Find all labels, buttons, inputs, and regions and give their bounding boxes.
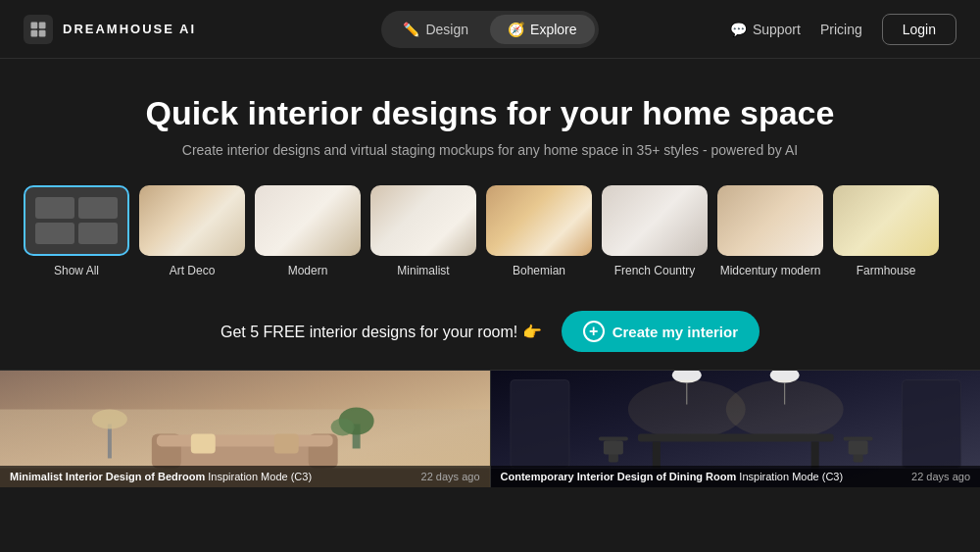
nav-right: 💬 Support Pricing Login bbox=[599, 14, 956, 45]
nav-tabs: ✏️ Design 🧭 Explore bbox=[381, 11, 598, 48]
brand-name: DREAMHOUSE AI bbox=[63, 22, 196, 36]
svg-rect-15 bbox=[191, 433, 216, 453]
svg-point-12 bbox=[331, 419, 355, 436]
hero-subheadline: Create interior designs and virtual stag… bbox=[20, 142, 960, 158]
nav-tab-explore[interactable]: 🧭 Explore bbox=[490, 15, 594, 44]
svg-point-24 bbox=[725, 380, 843, 439]
svg-rect-34 bbox=[510, 380, 568, 469]
style-card-modern[interactable]: Modern bbox=[255, 185, 361, 277]
gallery-time-0: 22 days ago bbox=[421, 471, 480, 482]
svg-rect-28 bbox=[598, 436, 627, 440]
pricing-link[interactable]: Pricing bbox=[820, 22, 862, 37]
art-deco-thumb bbox=[139, 185, 245, 256]
style-card-minimalist[interactable]: Minimalist bbox=[370, 185, 476, 277]
pencil-icon: ✏️ bbox=[403, 22, 419, 37]
support-link[interactable]: 💬 Support bbox=[730, 22, 801, 37]
style-card-french-country[interactable]: French Country bbox=[602, 185, 708, 277]
modern-thumb bbox=[255, 185, 361, 256]
plus-icon: + bbox=[583, 321, 605, 342]
bohemian-thumb bbox=[486, 185, 592, 256]
french-country-thumb bbox=[602, 185, 708, 256]
svg-rect-35 bbox=[902, 380, 960, 469]
compass-icon: 🧭 bbox=[508, 22, 524, 37]
gallery-item-0[interactable]: Minimalist Interior Design of Bedroom In… bbox=[0, 371, 491, 487]
svg-rect-3 bbox=[39, 29, 46, 36]
gallery-time-1: 22 days ago bbox=[911, 471, 970, 482]
svg-point-14 bbox=[92, 410, 127, 429]
style-card-farmhouse[interactable]: Farmhouse bbox=[833, 185, 939, 277]
style-card-bohemian[interactable]: Bohemian bbox=[486, 185, 592, 277]
svg-rect-9 bbox=[157, 434, 333, 446]
style-card-midcentury-modern[interactable]: Midcentury modern bbox=[717, 185, 823, 277]
navbar: DREAMHOUSE AI ✏️ Design 🧭 Explore 💬 Supp… bbox=[0, 0, 980, 59]
style-card-show-all[interactable]: Show All bbox=[24, 185, 129, 277]
promo-banner: Get 5 FREE interior designs for your roo… bbox=[0, 293, 980, 370]
svg-rect-2 bbox=[31, 29, 38, 36]
chat-icon: 💬 bbox=[730, 22, 747, 37]
farmhouse-thumb bbox=[833, 185, 939, 256]
midcentury-thumb bbox=[717, 185, 823, 256]
gallery-label-0: Minimalist Interior Design of Bedroom In… bbox=[0, 466, 490, 487]
svg-rect-0 bbox=[31, 22, 38, 28]
svg-rect-13 bbox=[108, 425, 112, 459]
login-button[interactable]: Login bbox=[882, 14, 956, 45]
hero-headline: Quick interior designs for your home spa… bbox=[20, 94, 960, 132]
gallery-label-1: Contemporary Interior Design of Dining R… bbox=[491, 466, 981, 487]
style-card-art-deco[interactable]: Art Deco bbox=[139, 185, 245, 277]
gallery-title-0: Minimalist Interior Design of Bedroom In… bbox=[10, 471, 312, 482]
svg-rect-31 bbox=[843, 436, 872, 440]
show-all-thumb bbox=[24, 185, 129, 256]
style-row: Show All Art Deco Modern Minimalist Bohe… bbox=[0, 185, 980, 277]
logo-icon bbox=[24, 15, 53, 44]
svg-rect-33 bbox=[848, 440, 867, 454]
gallery-title-1: Contemporary Interior Design of Dining R… bbox=[501, 471, 844, 482]
create-my-interior-button[interactable]: + Create my interior bbox=[562, 311, 760, 352]
svg-rect-16 bbox=[274, 433, 299, 453]
logo-area: DREAMHOUSE AI bbox=[24, 15, 381, 44]
gallery-item-1[interactable]: Contemporary Interior Design of Dining R… bbox=[491, 371, 981, 487]
svg-rect-30 bbox=[603, 440, 622, 454]
svg-rect-1 bbox=[39, 22, 46, 28]
hero-section: Quick interior designs for your home spa… bbox=[0, 59, 980, 185]
minimalist-thumb bbox=[370, 185, 476, 256]
svg-rect-25 bbox=[637, 433, 833, 441]
gallery-row: Minimalist Interior Design of Bedroom In… bbox=[0, 370, 980, 487]
nav-tab-design[interactable]: ✏️ Design bbox=[385, 15, 486, 44]
promo-text: Get 5 FREE interior designs for your roo… bbox=[220, 323, 542, 341]
